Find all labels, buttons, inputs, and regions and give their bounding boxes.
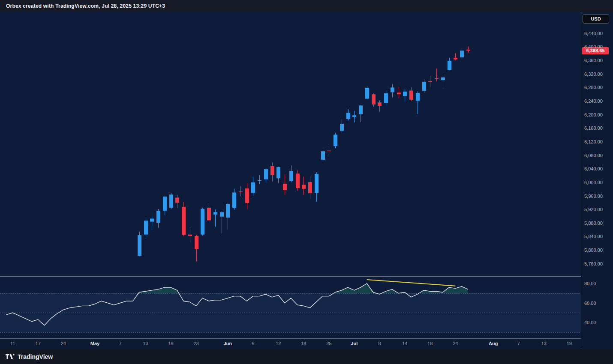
time-axis-label: 13: [535, 341, 553, 346]
time-axis-label: 23: [187, 341, 206, 346]
tradingview-logo-icon: [6, 354, 15, 359]
rsi-axis-label: 80.00: [584, 281, 596, 286]
time-axis-label: 13: [136, 341, 155, 346]
price-axis-label: 5,920.00: [584, 207, 603, 212]
trading-chart-app: Orbex created with TradingView.com, Jul …: [0, 0, 613, 364]
time-axis-label: 11: [3, 341, 22, 346]
rsi-axis-label: 60.00: [584, 301, 596, 306]
price-axis-label: 6,400.00: [584, 44, 603, 49]
time-axis-label: 17: [29, 341, 48, 346]
price-axis-label: 5,760.00: [584, 261, 603, 266]
time-axis-month-label: Jun: [218, 341, 237, 346]
price-axis-label: 6,280.00: [584, 85, 603, 90]
price-axis-label: 6,240.00: [584, 98, 603, 104]
chart-area[interactable]: [0, 12, 581, 338]
price-axis-label: 6,040.00: [584, 166, 603, 171]
time-axis-month-label: Jul: [345, 341, 364, 346]
price-axis-label: 5,880.00: [584, 221, 603, 226]
chart-title: Orbex created with TradingView.com, Jul …: [6, 3, 165, 9]
time-axis-label: 18: [421, 341, 439, 346]
time-axis-label: 24: [54, 341, 73, 346]
time-axis-label: 7: [111, 341, 130, 346]
price-axis-label: 6,120.00: [584, 139, 603, 144]
price-axis-label: 6,320.00: [584, 72, 603, 77]
price-axis-label: 5,840.00: [584, 234, 603, 239]
tradingview-logo[interactable]: TradingView: [6, 353, 53, 360]
time-axis-label: 24: [446, 341, 465, 346]
chart-canvas[interactable]: [0, 12, 581, 338]
price-axis-label: 6,160.00: [584, 125, 603, 131]
currency-button[interactable]: USD: [583, 14, 609, 24]
time-axis-label: 25: [319, 341, 338, 346]
price-axis[interactable]: USD 6,388.65 6,440.006,400.006,360.006,3…: [581, 12, 613, 349]
price-axis-label: 6,000.00: [584, 180, 603, 185]
price-axis-label: 6,440.00: [584, 31, 603, 36]
rsi-axis-label: 40.00: [584, 320, 596, 325]
tradingview-logo-text: TradingView: [18, 353, 53, 360]
time-axis-label: 7: [509, 341, 528, 346]
bottom-bar: TradingView: [0, 349, 613, 364]
price-axis-label: 5,800.00: [584, 248, 603, 253]
time-axis[interactable]: 111724May7131923Jun6121825Jul8141824Aug7…: [0, 338, 581, 349]
time-axis-month-label: Aug: [484, 341, 503, 346]
price-axis-label: 5,960.00: [584, 194, 603, 199]
time-axis-label: 6: [243, 341, 262, 346]
time-axis-label: 19: [162, 341, 180, 346]
price-axis-label: 6,360.00: [584, 58, 603, 63]
time-axis-label: 14: [395, 341, 414, 346]
header-bar: Orbex created with TradingView.com, Jul …: [0, 0, 613, 12]
time-axis-month-label: May: [86, 341, 105, 346]
price-axis-label: 6,200.00: [584, 112, 603, 117]
time-axis-label: 18: [294, 341, 313, 346]
time-axis-label: 8: [370, 341, 389, 346]
time-axis-label: 19: [560, 341, 579, 346]
time-axis-label: 12: [269, 341, 288, 346]
price-axis-label: 6,080.00: [584, 153, 603, 158]
